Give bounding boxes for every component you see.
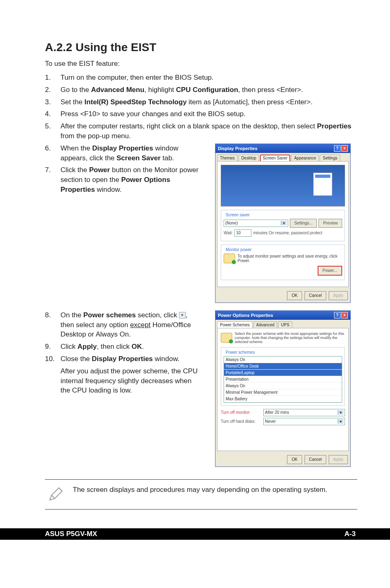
list-item[interactable]: Always On [224,357,342,363]
section-heading: A.2.2 Using the EIST [45,41,357,54]
step-10: Close the Display Properties window. Aft… [61,354,200,395]
step-number: 5. [45,121,61,141]
turn-off-hd-select[interactable]: Never▾ [263,418,345,425]
tab-ups[interactable]: UPS [278,321,292,328]
fieldset-legend: Power schemes [224,350,256,355]
list-item[interactable]: Home/Office Desk [224,363,342,370]
step-number: 6. [45,144,61,163]
tab-themes[interactable]: Themes [217,155,238,161]
step-number: 4. [45,109,61,119]
power-schemes-label: Power schemes [83,311,136,319]
text: Set the [61,98,85,106]
step-1: Turn on the computer, then enter the BIO… [61,73,357,83]
tab-advanced[interactable]: Advanced [253,321,277,328]
tab-appearance[interactable]: Appearance [291,155,319,161]
steps-1-5: 1. Turn on the computer, then enter the … [45,73,357,141]
help-icon[interactable]: ? [334,312,341,319]
turn-off-monitor-select[interactable]: After 20 mins▾ [263,409,345,416]
text: When the [61,144,92,152]
wait-spinner[interactable]: 10 [234,229,251,237]
list-item[interactable]: Portable/Laptop [224,370,342,376]
text: window. [95,186,121,193]
text: from the pop-up menu. [61,132,131,140]
settings-button[interactable]: Settings... [290,219,317,228]
step-3: Set the Intel(R) SpeedStep Technology it… [61,97,357,107]
step-number: 9. [45,342,61,352]
ok-label: OK [132,343,142,350]
text: After the computer restarts, right click… [61,122,317,130]
text: On the [61,311,83,319]
turn-off-hd-label: Turn off hard disks: [221,419,262,424]
step-7: Click the Power button on the Monitor po… [61,165,200,194]
display-properties-dialog: Display Properties ? × Themes Desktop Sc… [215,144,351,303]
text: , then click [97,343,132,350]
note-pencil-icon [47,485,65,503]
list-item[interactable]: Presentation [224,376,342,383]
intro-text: To use the EIST feature: [45,60,357,68]
step-8: On the Power schemes section, click ▾, t… [61,310,200,339]
properties-label: Properties [317,122,351,130]
power-options-dialog: Power Options Properties ? × Power Schem… [215,310,351,467]
help-icon[interactable]: ? [334,145,341,152]
close-icon[interactable]: × [341,312,348,319]
steps-6-7: 6. When the Display Properties window ap… [45,144,200,195]
text: item as [Automatic], then press <Enter>. [187,98,313,106]
advanced-menu-label: Advanced Menu [91,86,144,94]
close-icon[interactable]: × [341,145,348,152]
power-label: Power [89,166,110,174]
screen-saver-fieldset: Screen saver (None)▾ Settings... Preview… [221,210,345,241]
chevron-down-icon: ▾ [179,312,186,319]
power-schemes-list[interactable]: Always On Home/Office Desk Portable/Lapt… [224,356,342,403]
wait-value: 10 [236,231,240,235]
steps-8-10: 8. On the Power schemes section, click ▾… [45,310,200,395]
step-number: 1. [45,73,61,83]
text: , then press <Enter>. [238,86,303,94]
display-properties-label: Display Properties [92,144,153,152]
text: Close the [61,355,92,363]
display-properties-label: Display Properties [92,355,153,363]
select-value: (None) [225,221,238,225]
dialog-tabs: Power Schemes Advanced UPS [215,320,350,328]
apply-button[interactable]: Apply [329,455,348,464]
tab-screen-saver[interactable]: Screen Saver [260,155,291,161]
screen-saver-label: Screen Saver [117,154,161,162]
page: A.2.2 Using the EIST To use the EIST fea… [0,0,390,556]
tab-power-schemes[interactable]: Power Schemes [217,321,253,328]
select-value: After 20 mins [265,410,289,415]
apply-label: Apply [78,343,97,350]
step-number: 3. [45,97,61,107]
cancel-button[interactable]: Cancel [305,291,326,300]
dialog-buttons: OK Cancel Apply [215,453,350,467]
tab-settings[interactable]: Settings [320,155,340,161]
tab-desktop[interactable]: Desktop [238,155,259,161]
text: Click [61,343,78,350]
preview-button[interactable]: Preview [318,219,342,228]
chevron-down-icon: ▾ [281,221,287,225]
cpu-config-label: CPU Configuration [176,86,238,94]
text: window. [153,355,179,363]
footer-page-number: A-3 [345,530,356,538]
chevron-down-icon: ▾ [338,410,343,415]
power-schemes-fieldset: Power schemes Always On Home/Office Desk… [221,347,345,406]
dialog-title: Display Properties [218,146,258,151]
cancel-button[interactable]: Cancel [305,455,326,464]
power-scheme-icon [221,333,232,343]
list-item[interactable]: Minimal Power Management [224,389,342,396]
ok-button[interactable]: OK [287,455,302,464]
fieldset-legend: Screen saver [224,213,251,217]
power-button[interactable]: Power... [318,266,342,276]
screen-saver-select[interactable]: (None)▾ [224,220,288,227]
footer-product: ASUS P5GV-MX [45,530,97,538]
monitor-power-icon [224,254,235,263]
step-number: 2. [45,85,61,95]
ok-button[interactable]: OK [287,291,302,300]
step-10-after: After you adjust the power scheme, the C… [61,366,200,395]
step-9: Click Apply, then click OK. [61,342,200,352]
note-box: The screen displays and procedures may v… [45,479,357,509]
apply-button[interactable]: Apply [329,291,348,300]
list-item[interactable]: Always On [224,383,342,389]
dialog-body: Select the power scheme with the most ap… [217,328,349,451]
page-footer: ASUS P5GV-MX A-3 [0,528,390,540]
wait-suffix: minutes On resume, password protect [253,231,322,235]
list-item[interactable]: Max Battery [224,396,342,402]
